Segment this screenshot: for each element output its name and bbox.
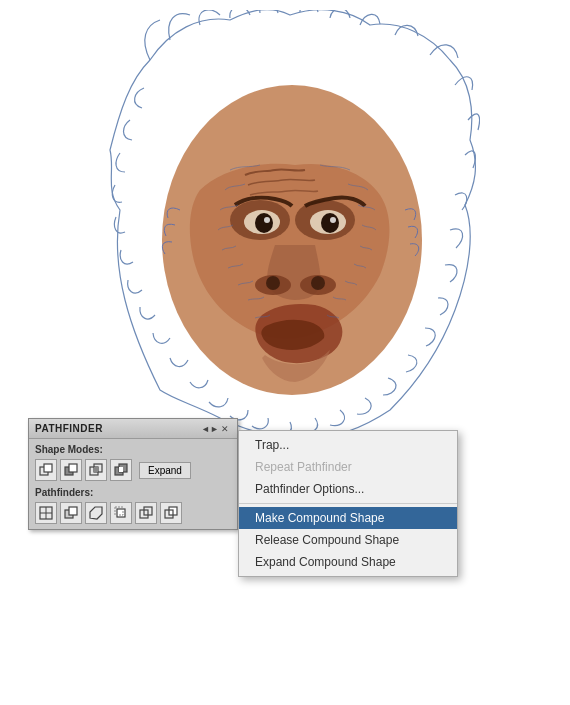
merge-button[interactable]	[85, 502, 107, 524]
exclude-button[interactable]	[110, 459, 132, 481]
panel-body: Shape Modes:	[29, 439, 237, 529]
svg-rect-14	[44, 464, 52, 472]
menu-separator-1	[239, 503, 457, 504]
svg-point-11	[266, 276, 280, 290]
menu-item-make-compound[interactable]: Make Compound Shape	[239, 507, 457, 529]
menu-item-release-compound[interactable]: Release Compound Shape	[239, 529, 457, 551]
pathfinder-panel: PATHFINDER ◄► ✕ Shape Modes:	[28, 418, 238, 530]
unite-button[interactable]	[35, 459, 57, 481]
shape-modes-label: Shape Modes:	[35, 444, 231, 455]
illustration	[100, 10, 480, 440]
expand-button[interactable]: Expand	[139, 462, 191, 479]
shape-modes-row: Expand	[35, 459, 231, 481]
svg-rect-16	[69, 464, 77, 472]
svg-rect-28	[117, 509, 125, 517]
panel-controls: ◄► ✕	[204, 423, 231, 435]
pathfinders-row	[35, 502, 231, 524]
menu-item-expand-compound[interactable]: Expand Compound Shape	[239, 551, 457, 573]
panel-title: PATHFINDER	[35, 423, 103, 434]
context-menu: Trap... Repeat Pathfinder Pathfinder Opt…	[238, 430, 458, 577]
svg-point-6	[321, 213, 339, 233]
menu-item-repeat: Repeat Pathfinder	[239, 456, 457, 478]
svg-point-5	[255, 213, 273, 233]
svg-rect-27	[69, 507, 77, 515]
crop-button[interactable]	[110, 502, 132, 524]
intersect-button[interactable]	[85, 459, 107, 481]
pathfinders-label: Pathfinders:	[35, 487, 231, 498]
panel-header: PATHFINDER ◄► ✕	[29, 419, 237, 439]
menu-item-options[interactable]: Pathfinder Options...	[239, 478, 457, 500]
trim-button[interactable]	[60, 502, 82, 524]
svg-rect-22	[119, 467, 123, 472]
svg-point-8	[330, 217, 336, 223]
collapse-button[interactable]: ◄►	[204, 423, 216, 435]
canvas-area: PATHFINDER ◄► ✕ Shape Modes:	[0, 0, 570, 705]
divide-button[interactable]	[35, 502, 57, 524]
svg-point-7	[264, 217, 270, 223]
subtract-button[interactable]	[60, 459, 82, 481]
minus-back-button[interactable]	[160, 502, 182, 524]
svg-rect-19	[94, 467, 98, 472]
menu-item-trap[interactable]: Trap...	[239, 434, 457, 456]
close-button[interactable]: ✕	[219, 423, 231, 435]
outline-button[interactable]	[135, 502, 157, 524]
svg-point-12	[311, 276, 325, 290]
